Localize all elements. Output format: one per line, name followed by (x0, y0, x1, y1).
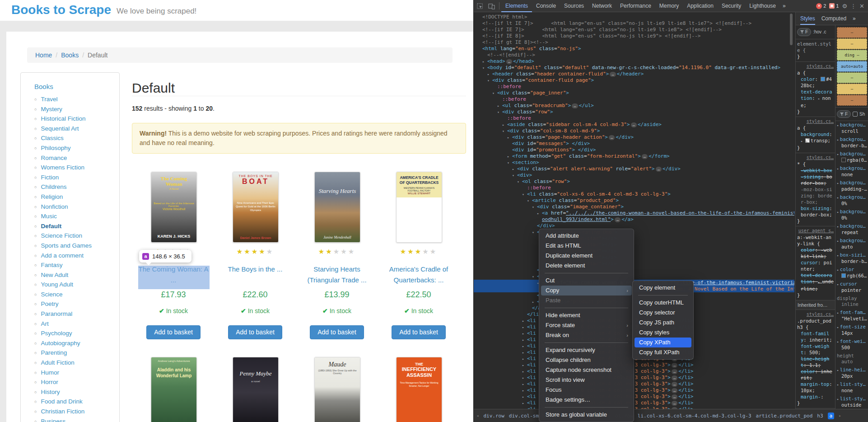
category-link[interactable]: Sequential Art (41, 125, 79, 132)
context-menu-item[interactable]: Capture node screenshot (539, 365, 634, 375)
expand-arrow-right-icon[interactable]: ▸ (837, 253, 839, 258)
computed-property[interactable]: ▸backgrou…repeat (835, 222, 868, 237)
stylesheet-source-link[interactable]: user agent s… (797, 228, 834, 234)
stylesheet-source-link[interactable]: styles.cs… (797, 63, 834, 70)
inspect-element-icon[interactable] (474, 0, 485, 12)
expand-arrow-right-icon[interactable]: ▸ (837, 397, 839, 401)
category-link[interactable]: Sports and Games (41, 242, 92, 249)
dom-tree-line[interactable]: ▸<header class="header container-fluid">… (474, 71, 794, 77)
tab-performance[interactable]: Performance (616, 0, 655, 12)
box-model-padding[interactable]: ding — (837, 50, 867, 61)
css-declaration[interactable]: -webkit-box-sizing: border-box; (797, 167, 834, 186)
context-menu-item[interactable]: Add attribute (539, 231, 634, 241)
expand-arrow-right-icon[interactable]: ▸ (497, 103, 502, 109)
computed-property[interactable]: ▸cursorpointer (835, 280, 868, 295)
dom-tree-line[interactable]: <!--[if IE 8]> <html lang="en-us" class=… (474, 33, 794, 39)
context-menu-item[interactable]: Delete element (539, 261, 634, 271)
collapsed-content-ellipsis[interactable]: … (631, 122, 637, 127)
show-all-checkbox[interactable] (853, 112, 858, 117)
expand-arrow-right-icon[interactable]: ▸ (837, 282, 839, 286)
filter-toggle[interactable]: .c (823, 29, 826, 34)
category-link[interactable]: Paranormal (41, 310, 72, 317)
category-link[interactable]: Autobiography (41, 340, 80, 347)
computed-property[interactable]: ▸backgrou…padding-… (835, 179, 868, 193)
dom-tree-line[interactable]: ▸<aside class="sidebar col-sm-4 col-md-3… (474, 122, 794, 128)
dom-tree-line[interactable]: ▾<li class="col-xs-6 col-sm-4 col-md-3 c… (474, 191, 794, 197)
css-rule[interactable]: styles.cs…* {-webkit-box-sizing: border-… (796, 153, 835, 226)
collapsed-content-ellipsis[interactable]: … (672, 363, 677, 368)
more-options-icon[interactable]: ⋮ (850, 3, 856, 9)
styles-filter-input[interactable]: F (797, 28, 811, 36)
dom-tree-line[interactable]: <!--<![endif]--> (474, 52, 794, 58)
css-declaration[interactable]: cursor: pointer; (797, 259, 834, 272)
expand-arrow-right-icon[interactable]: ▸ (522, 337, 527, 343)
box-model-padding[interactable]: — (837, 72, 867, 83)
box-model-border[interactable]: — (837, 38, 867, 49)
category-link[interactable]: Historical Fiction (41, 115, 85, 122)
computed-property[interactable]: ▸font-wei…500 (835, 338, 868, 352)
dom-tree-line[interactable]: <i class="icon-star"></i> (474, 261, 794, 267)
sidebar-tab-styles[interactable]: Styles (800, 12, 815, 25)
dom-tree-line[interactable]: ▸<li class="col-xs-6 col-sm-4 col-md-3 c… (474, 387, 794, 394)
css-declaration[interactable]: -moz-box-sizing: border-box; (797, 186, 834, 205)
stylesheet-source-link[interactable]: styles.cs… (797, 155, 834, 161)
category-link[interactable]: Science (41, 291, 62, 298)
expand-arrow-right-icon[interactable]: ▸ (532, 299, 537, 305)
context-menu-item[interactable]: Cut (539, 276, 634, 286)
category-link[interactable]: Christian Fiction (41, 408, 84, 415)
crumb-scroll-right-icon[interactable]: ▸ (839, 413, 841, 418)
dom-tree-line[interactable]: ::before (474, 84, 794, 90)
dom-tree-line[interactable]: ▸<li class="col-xs-6 col-sm-4 col-md-3 c… (474, 362, 794, 368)
computed-property[interactable]: ▸font-fam…"Helveti… (835, 309, 868, 323)
css-rule[interactable]: user agent s…a:-webkit-any-link {color: … (796, 226, 835, 300)
expand-arrow-right-icon[interactable]: ▸ (522, 343, 527, 349)
tab-lighthouse[interactable]: Lighthouse (745, 0, 780, 12)
context-menu-item[interactable]: Copy› (541, 286, 632, 295)
dom-tree-line[interactable]: <i class="icon-star"></i> (474, 248, 794, 254)
computed-property[interactable]: ▸font-size14px (835, 323, 868, 338)
collapsed-content-ellipsis[interactable]: … (672, 401, 677, 406)
collapsed-content-ellipsis[interactable]: … (642, 154, 648, 159)
collapsed-content-ellipsis[interactable]: … (672, 369, 677, 374)
sidebar-more-tabs[interactable]: » (853, 15, 856, 22)
computed-property[interactable]: ▸backgrou…rgba(0… (835, 150, 868, 164)
css-rule[interactable]: styles.cs…a {background: ▸ transp;} (796, 117, 835, 153)
settings-gear-icon[interactable]: ⚙ (842, 3, 847, 9)
expand-arrow-down-icon[interactable]: ▾ (492, 90, 497, 96)
dom-tree-line[interactable]: <i class="icon-star"></i> (474, 235, 794, 242)
dom-tree-line[interactable]: <html lang="en-us" class="no-js"> (474, 46, 794, 52)
book-cover-link[interactable]: THEINEFFICIENCYASSASSINTime Management T… (396, 357, 442, 422)
context-menu-item[interactable]: Break on› (539, 330, 634, 340)
dom-tree-scrollbar[interactable] (790, 14, 793, 407)
stylesheet-source-link[interactable]: styles.cs… (797, 311, 834, 318)
computed-property[interactable]: ▸box-sizi…border-b… (835, 251, 868, 266)
dom-tree-line[interactable]: <!DOCTYPE html> (474, 14, 794, 20)
expand-arrow-right-icon[interactable]: ▸ (507, 135, 512, 141)
dom-tree-line[interactable]: ::before (474, 115, 794, 122)
collapsed-content-ellipsis[interactable]: … (672, 388, 677, 393)
book-cover-link[interactable]: Maude(1883-1993) She Grew Up with the Co… (314, 357, 360, 422)
dom-tree-line[interactable]: ▾<body id="default" class="default" data… (474, 65, 794, 71)
context-menu-item[interactable]: Copy styles (633, 328, 693, 338)
category-link[interactable]: Fantasy (41, 262, 62, 268)
expand-arrow-down-icon[interactable]: ▾ (497, 109, 502, 115)
color-swatch[interactable] (841, 158, 846, 162)
category-link[interactable]: Food and Drink (41, 398, 82, 405)
expand-arrow-right-icon[interactable]: ▸ (507, 154, 512, 159)
dom-tree-line[interactable]: <!--[if gt IE 8]><!--> (474, 39, 794, 46)
close-devtools-icon[interactable]: ✕ (859, 3, 864, 9)
computed-property[interactable]: ▸list-sty…none (835, 380, 868, 395)
tab-application[interactable]: Application (683, 0, 718, 12)
expand-arrow-down-icon[interactable]: ▾ (517, 179, 522, 185)
expand-arrow-right-icon[interactable]: ▸ (837, 123, 839, 127)
context-menu-item[interactable]: Focus (539, 385, 634, 395)
css-declaration[interactable]: font-family: inherit; (797, 330, 834, 343)
expand-arrow-down-icon[interactable]: ▾ (522, 192, 527, 197)
computed-property[interactable]: ▸backgrou…0% (835, 193, 868, 208)
category-link[interactable]: Music (41, 213, 56, 220)
expand-arrow-down-icon[interactable]: ▾ (507, 160, 512, 166)
dom-tree-line[interactable]: ▸<head>…</head> (474, 58, 794, 65)
add-to-basket-button[interactable]: Add to basket (228, 325, 282, 339)
category-link[interactable]: Classics (41, 135, 63, 141)
category-link[interactable]: Young Adult (41, 281, 73, 288)
